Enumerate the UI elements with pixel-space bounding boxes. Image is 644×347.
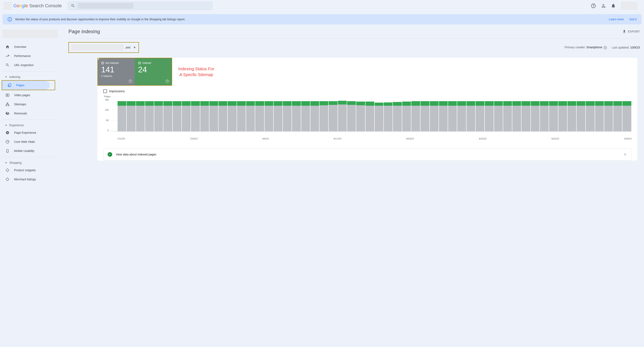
divider <box>2 71 55 72</box>
annotation-text: Indexing Status ForA Specfic Sitemap <box>178 66 214 78</box>
chart-bars <box>110 98 632 132</box>
diamond-icon <box>5 168 10 173</box>
sitemap-name-redacted <box>71 44 124 51</box>
pages-icon <box>7 83 12 88</box>
chevron-down-icon: ▼ <box>5 76 7 78</box>
stat-label: Not indexed <box>105 62 118 64</box>
checkbox-icon <box>138 62 141 64</box>
sidebar-item-performance[interactable]: Performance <box>0 52 55 60</box>
search-icon <box>71 4 75 8</box>
svg-rect-11 <box>8 105 9 106</box>
sidebar-section-experience[interactable]: ▼Experience <box>0 122 60 128</box>
export-button[interactable]: EXPORT <box>622 30 640 34</box>
sidebar: Overview Performance URL inspection ▼Ind… <box>0 24 60 186</box>
sidebar-item-removals[interactable]: Removals <box>0 109 55 118</box>
page-title: Page indexing <box>68 28 100 34</box>
sidebar-label: Mobile Usability <box>14 149 34 152</box>
help-icon[interactable] <box>604 46 607 49</box>
svg-marker-17 <box>6 178 9 181</box>
sidebar-item-url-inspection[interactable]: URL inspection <box>0 60 55 70</box>
sidebar-section-indexing[interactable]: ▼Indexing <box>0 73 60 80</box>
chart-x-axis: 7/12/237/24/238/5/238/17/238/29/239/10/2… <box>117 136 632 140</box>
impressions-label: Impressions <box>109 90 124 93</box>
stat-value: 141 <box>101 65 132 74</box>
sidebar-label: Performance <box>14 54 31 58</box>
section-label: Experience <box>9 124 24 127</box>
chevron-down-icon: ▼ <box>5 124 7 126</box>
chevron-right-icon <box>623 152 627 156</box>
sidebar-item-pages[interactable]: Pages <box>2 81 50 90</box>
stat-label: Indexed <box>142 62 151 64</box>
svg-rect-10 <box>6 105 7 106</box>
svg-marker-16 <box>6 169 9 172</box>
help-icon[interactable] <box>128 80 132 83</box>
sidebar-label: URL inspection <box>14 64 34 67</box>
stat-value: 24 <box>138 65 168 74</box>
account-avatar[interactable] <box>621 2 637 10</box>
search-bar[interactable] <box>68 1 213 10</box>
updated-label: Last updated: <box>612 46 630 49</box>
stat-sub: 2 reasons <box>101 74 132 78</box>
sidebar-label: Merchant listings <box>14 178 36 181</box>
view-link-label: View data about indexed pages <box>116 153 156 156</box>
diamond-icon <box>5 177 10 182</box>
svg-point-19 <box>605 48 605 48</box>
sidebar-label: Sitemaps <box>14 102 26 106</box>
learn-more-link[interactable]: Learn more <box>609 18 624 21</box>
checkbox-icon <box>101 62 104 64</box>
video-icon <box>5 93 10 98</box>
chevron-down-icon: ▼ <box>5 162 7 164</box>
sidebar-label: Page Experience <box>14 131 36 134</box>
crawler-label: Primary crawler: <box>564 46 586 49</box>
plus-circle-icon <box>5 130 10 135</box>
section-label: Shopping <box>9 161 22 164</box>
svg-marker-8 <box>7 95 8 96</box>
home-icon <box>5 44 10 49</box>
logo-o1: o <box>17 3 19 8</box>
help-icon[interactable] <box>591 3 596 8</box>
sidebar-item-cwv[interactable]: Core Web Vitals <box>0 137 55 146</box>
logo-o2: o <box>19 3 22 8</box>
sidebar-label: Overview <box>14 45 26 48</box>
sidebar-item-page-experience[interactable]: Page Experience <box>0 128 55 137</box>
menu-placeholder <box>3 2 12 10</box>
chart-y-axis: 180120600 <box>103 98 110 132</box>
stat-not-indexed[interactable]: Not indexed 141 2 reasons <box>98 58 135 85</box>
view-indexed-link[interactable]: ✓ View data about indexed pages <box>103 148 632 161</box>
chart-ylabel: Pages <box>104 95 632 98</box>
sidebar-item-overview[interactable]: Overview <box>0 42 55 52</box>
search-input-placeholder[interactable] <box>78 3 134 9</box>
sidebar-item-video-pages[interactable]: Video pages <box>0 90 55 100</box>
help-icon[interactable] <box>166 80 169 83</box>
sidebar-item-snippets[interactable]: Product snippets <box>0 166 55 175</box>
mobile-icon <box>5 148 10 154</box>
product-logo[interactable]: Google Search Console <box>13 3 62 8</box>
sidebar-label: Video pages <box>14 94 30 97</box>
stat-indexed[interactable]: Indexed 24 <box>135 58 172 85</box>
sidebar-label: Removals <box>14 112 27 115</box>
indexing-card: Not indexed 141 2 reasons Indexed 24 Ind… <box>98 58 637 161</box>
svg-rect-9 <box>7 103 8 104</box>
check-circle-icon: ✓ <box>108 152 112 157</box>
impressions-toggle[interactable]: Impressions <box>98 86 637 95</box>
notifications-icon[interactable] <box>611 3 616 8</box>
sitemap-icon <box>5 102 10 107</box>
svg-rect-6 <box>9 84 11 86</box>
sidebar-label: Product snippets <box>14 168 36 172</box>
logo-g: G <box>13 3 17 8</box>
app-header: Google Search Console <box>0 0 644 12</box>
export-label: EXPORT <box>628 30 640 33</box>
banner-text: Monitor the status of your products and … <box>15 18 185 21</box>
sidebar-item-merchant[interactable]: Merchant listings <box>0 175 55 184</box>
sidebar-section-shopping[interactable]: ▼Shopping <box>0 159 60 166</box>
got-it-button[interactable]: Got it <box>630 18 636 21</box>
section-label: Indexing <box>9 75 20 78</box>
user-settings-icon[interactable] <box>601 3 606 8</box>
chevron-down-icon: ▼ <box>133 46 136 49</box>
checkbox-icon[interactable] <box>103 89 107 93</box>
sidebar-item-mobile[interactable]: Mobile Usability <box>0 146 55 156</box>
property-selector[interactable] <box>2 30 58 38</box>
sidebar-item-sitemaps[interactable]: Sitemaps <box>0 100 55 109</box>
sitemap-filter-dropdown[interactable]: .xml ▼ <box>68 42 139 53</box>
download-icon <box>622 30 626 34</box>
